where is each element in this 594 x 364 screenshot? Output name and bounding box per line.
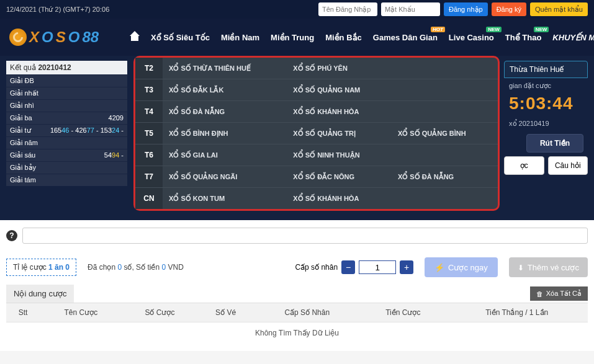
dd-item[interactable]: XỔ SỐ ĐÀ NẴNG <box>392 166 498 188</box>
dd-item[interactable]: XỔ SỐ GIA LAI <box>163 144 287 166</box>
dd-day-CN[interactable]: CN <box>135 188 163 210</box>
faq-button[interactable]: Câu hỏi <box>548 156 588 175</box>
result-row-3: Giải ba4209 <box>6 112 127 124</box>
content-header: Nội dung cược Xóa Tất Cả <box>6 285 588 303</box>
tab-bet-content[interactable]: Nội dung cược <box>6 285 74 303</box>
dd-item[interactable] <box>392 58 498 79</box>
mult-input[interactable] <box>359 260 396 274</box>
down-icon <box>518 263 524 272</box>
login-button[interactable]: Đăng nhập <box>444 2 488 16</box>
withdraw-button[interactable]: Rút Tiền <box>526 134 583 153</box>
dd-item[interactable] <box>392 144 498 166</box>
username-input[interactable] <box>318 2 377 16</box>
new-badge: NEW <box>486 27 502 32</box>
dd-item[interactable]: XỔ SỐ BÌNH ĐỊNH <box>163 123 287 144</box>
col-header: Tên Cược <box>40 303 122 322</box>
dd-day-T4[interactable]: T4 <box>135 101 163 123</box>
col-header: Tiền Cược <box>360 303 446 322</box>
result-row-8: Giải tám <box>6 174 127 186</box>
add-ticket-button[interactable]: Thêm vé cược <box>509 257 588 277</box>
countdown-timer: 5:03:44 <box>504 94 588 117</box>
register-button[interactable]: Đăng ký <box>492 2 526 16</box>
nav-superfast[interactable]: Xổ Số Siêu Tốc <box>151 33 210 42</box>
dd-day-T2[interactable]: T2 <box>135 58 163 79</box>
topbar: 12/4/2021 (Thứ 2) (GMT+7) 20:06 Đăng nhậ… <box>0 0 594 19</box>
main-area: Kết quả 20210412 Giải ĐB Giải nhất Giải … <box>0 56 594 220</box>
dd-item[interactable]: XỔ SỐ KON TUM <box>163 188 287 210</box>
countdown-label: gian đặt cược <box>504 78 588 94</box>
dd-item[interactable] <box>392 79 498 101</box>
dd-item[interactable]: XỔ SỐ ĐÀ NẴNG <box>163 101 287 123</box>
dd-item[interactable]: XỔ SỐ QUẢNG TRỊ <box>287 123 392 144</box>
nav-central[interactable]: Miền Trung <box>271 33 314 42</box>
col-header: Stt <box>6 303 40 322</box>
result-row-7: Giải bảy <box>6 161 127 174</box>
password-input[interactable] <box>381 2 440 16</box>
right-panel: Thừa Thiên Huế gian đặt cược 5:03:44 xổ … <box>504 61 588 175</box>
result-row-4: Giải tư16546 - 42677 - 15324 - <box>6 124 127 136</box>
results-header: Kết quả 20210412 <box>6 61 127 74</box>
help-input[interactable] <box>22 228 588 244</box>
dd-item[interactable]: XỔ SỐ QUẢNG NGÃI <box>163 166 287 188</box>
trash-icon <box>536 290 543 298</box>
dd-item[interactable]: XỔ SỐ PHÚ YÊN <box>287 58 392 79</box>
multiplier-label: Cấp số nhân <box>295 263 338 272</box>
side-button-1[interactable]: ợc <box>504 156 544 175</box>
mult-plus-button[interactable]: + <box>400 260 413 274</box>
dd-item[interactable] <box>392 101 498 123</box>
col-header: Tiền Thắng / 1 Lần <box>446 303 588 322</box>
dd-item[interactable] <box>392 188 498 210</box>
col-header: Số Cược <box>122 303 197 322</box>
help-icon[interactable]: ? <box>6 230 17 241</box>
dd-day-T7[interactable]: T7 <box>135 166 163 188</box>
result-row-6: Giải sáu5494 - <box>6 149 127 161</box>
lottery-name: Thừa Thiên Huế <box>504 61 588 78</box>
empty-row: Không Tìm Thấy Dữ Liệu <box>6 322 588 344</box>
bolt-icon <box>434 263 444 272</box>
dd-day-T6[interactable]: T6 <box>135 144 163 166</box>
nav-sports[interactable]: Thể ThaoNEW <box>505 33 542 42</box>
chosen-text: Đã chọn 0 số, Số tiền 0 VND <box>88 263 184 272</box>
clear-all-button[interactable]: Xóa Tất Cả <box>530 286 588 301</box>
rate-box: Tỉ lệ cược 1 ăn 0 <box>6 259 76 276</box>
dd-item[interactable]: XỔ SỐ ĐẮK LẮK <box>163 79 287 101</box>
result-row-db: Giải ĐB <box>6 74 127 87</box>
nav-south[interactable]: Miền Nam <box>221 33 259 42</box>
dd-item[interactable]: XỔ SỐ QUẢNG BÌNH <box>392 123 498 144</box>
dd-item[interactable]: XỔ SỐ ĐẮC NÔNG <box>287 166 392 188</box>
logo-icon <box>9 29 27 46</box>
help-row: ? <box>6 228 588 244</box>
dd-item[interactable]: XỔ SỐ QUẢNG NAM <box>287 79 392 101</box>
col-header: Số Vé <box>197 303 254 322</box>
home-icon <box>130 32 140 41</box>
nav-north[interactable]: Miền Bắc <box>325 33 362 42</box>
nav-promo[interactable]: KHUYẾN MÃI <box>552 33 594 42</box>
draw-code: xổ 20210419 <box>504 117 588 130</box>
controls-row: Tỉ lệ cược 1 ăn 0 Đã chọn 0 số, Số tiền … <box>6 257 588 277</box>
nav-menu: Xổ Số Siêu Tốc Miền Nam Miền Trung Miền … <box>130 32 594 43</box>
results-panel: Kết quả 20210412 Giải ĐB Giải nhất Giải … <box>6 61 127 186</box>
datetime-text: 12/4/2021 (Thứ 2) (GMT+7) 20:06 <box>6 6 318 14</box>
nav-home[interactable] <box>130 32 140 43</box>
nav-games[interactable]: Games Dân GianHOT <box>373 33 438 42</box>
dd-day-T3[interactable]: T3 <box>135 79 163 101</box>
logo[interactable]: XOSO88 <box>9 29 99 46</box>
col-header: Cấp Số Nhân <box>254 303 360 322</box>
lower-panel: ? Tỉ lệ cược 1 ăn 0 Đã chọn 0 số, Số tiề… <box>0 220 594 351</box>
dd-item[interactable]: XỔ SỐ KHÁNH HÒA <box>287 101 392 123</box>
mult-minus-button[interactable]: − <box>341 260 355 274</box>
new-badge: NEW <box>534 27 549 32</box>
dd-item[interactable]: XỔ SỐ KHÁNH HÒA <box>287 188 392 210</box>
forgot-password-button[interactable]: Quên mật khẩu <box>530 2 588 16</box>
result-row-1: Giải nhất <box>6 87 127 99</box>
navbar: XOSO88 Xổ Số Siêu Tốc Miền Nam Miền Trun… <box>0 19 594 56</box>
dd-day-T5[interactable]: T5 <box>135 123 163 144</box>
dd-item[interactable]: XỔ SỐ THỪA THIÊN HUẾ <box>163 58 287 79</box>
dd-item[interactable]: XỔ SỐ NINH THUẬN <box>287 144 392 166</box>
nav-live[interactable]: Live CasinoNEW <box>449 33 494 42</box>
bets-table: SttTên CượcSố CượcSố VéCấp Số NhânTiền C… <box>6 303 588 344</box>
bet-now-button[interactable]: Cược ngay <box>425 257 498 277</box>
region-dropdown: T2 XỔ SỐ THỪA THIÊN HUẾ XỔ SỐ PHÚ YÊN T3… <box>133 56 500 211</box>
result-row-2: Giải nhì <box>6 99 127 112</box>
hot-badge: HOT <box>431 27 445 32</box>
